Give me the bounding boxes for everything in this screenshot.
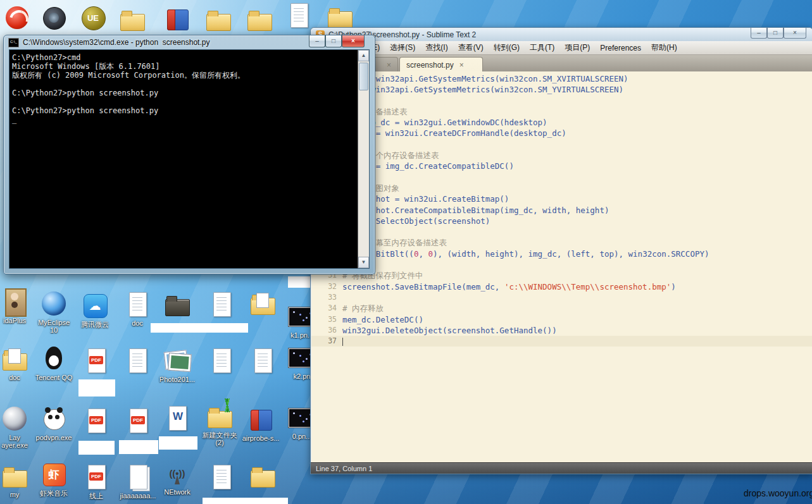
icon-label: Layayer.exe xyxy=(1,434,28,449)
desktop-icon-pdf[interactable]: PDF xyxy=(76,407,116,434)
desktop-icon-folder[interactable] xyxy=(198,5,239,33)
code-line: 14top = win32api.GetSystemMetrics(win32c… xyxy=(311,84,812,95)
cmd-window: C:\_ C:\Windows\system32\cmd.exe - pytho… xyxy=(3,35,375,274)
redaction-box xyxy=(288,276,311,288)
desktop-icon-myeclipse-10[interactable]: MyEclipse10 xyxy=(34,290,74,334)
desktop-icon-doc[interactable] xyxy=(278,1,319,29)
code-line: 16# 创建设备描述表 xyxy=(311,106,812,117)
desktop-icon-ue[interactable]: UE xyxy=(73,4,113,32)
icon-label: 0.pn... xyxy=(292,433,312,440)
menu-item-v[interactable]: 查看(V) xyxy=(453,41,489,54)
folder-icon xyxy=(249,462,277,489)
icon-label: 线上 xyxy=(89,492,103,500)
scroll-up-icon[interactable]: ▲ xyxy=(358,50,369,61)
cmd-minimize-button[interactable]: – xyxy=(309,35,325,47)
sublime-editor[interactable]: 13left = win32api.GetSystemMetrics(win32… xyxy=(311,71,812,463)
icon-label: podvpn.exe xyxy=(36,434,72,441)
desktop-icon-doc[interactable]: doc xyxy=(117,290,158,327)
text-caret xyxy=(342,338,343,346)
sublime-minimize-button[interactable]: – xyxy=(751,28,767,39)
icon-label: MyEclipse10 xyxy=(38,319,70,334)
desktop-icon-swirl[interactable] xyxy=(0,4,37,32)
desktop-icon-word[interactable]: W xyxy=(157,404,197,432)
code-text: mem_dc.DeleteDC() xyxy=(342,314,423,325)
menu-item-preferences[interactable]: Preferences xyxy=(595,42,646,54)
desktop-icon-tencent-qq[interactable]: Tencent QQ xyxy=(34,345,74,381)
menu-item-t[interactable]: 工具(T) xyxy=(525,41,559,54)
tab-close-icon[interactable]: × xyxy=(387,61,391,69)
icon-label: airprobe-s... xyxy=(242,434,280,442)
desktop-icon-idaplus[interactable]: idaPlus xyxy=(0,288,35,324)
desktop-icon-folder[interactable] xyxy=(320,3,360,30)
tab-label: screenshot.py xyxy=(406,61,454,70)
desktop-icon-airprobe-s-[interactable]: airprobe-s... xyxy=(240,405,281,442)
desktop-icon-doc[interactable] xyxy=(117,347,158,374)
console-scrollbar[interactable]: ▲ ▼ xyxy=(358,50,369,268)
doc-icon xyxy=(249,347,277,374)
desktop-icon-folder[interactable] xyxy=(239,5,280,33)
desktop-icon--[interactable]: PDF线上 xyxy=(76,463,116,500)
desktop-icon-doc[interactable] xyxy=(201,463,242,491)
desktop-icon-folder[interactable] xyxy=(242,462,283,489)
tab-close-icon[interactable]: × xyxy=(459,61,464,69)
gadget-icon xyxy=(40,4,68,32)
sublime-maximize-button[interactable]: □ xyxy=(767,28,784,39)
desktop-icon-my[interactable]: my xyxy=(0,462,35,498)
cmd-close-button[interactable]: × xyxy=(342,35,365,47)
scrollbar-track[interactable] xyxy=(358,61,369,257)
folder-icon xyxy=(206,402,234,430)
scrollbar-thumb[interactable] xyxy=(359,63,368,90)
code-line: 37 xyxy=(311,336,812,347)
menu-item-s[interactable]: 选择(S) xyxy=(385,41,420,54)
desktop-icon-doc[interactable] xyxy=(201,347,242,374)
desktop-icon-doc[interactable]: doc xyxy=(0,345,35,381)
desktop-icon-folder[interactable] xyxy=(112,5,153,33)
code-token: win32gui.DeleteObject(screenshot.GetHand… xyxy=(342,326,557,335)
tab-screenshot.py[interactable]: screenshot.py× xyxy=(399,57,483,72)
desktop-icon--[interactable]: 虾虾米音乐 xyxy=(34,460,74,497)
desktop-icon-folder[interactable] xyxy=(157,290,197,318)
icon-label: doc xyxy=(9,374,20,381)
menu-item-i[interactable]: 查找(I) xyxy=(420,41,453,54)
console-line: C:\Python27>cmd xyxy=(12,53,355,62)
desktop-icon-archive[interactable] xyxy=(157,5,197,33)
scroll-down-icon[interactable]: ▼ xyxy=(358,257,369,268)
pdf-icon: PDF xyxy=(82,347,110,374)
menu-item-g[interactable]: 转到(G) xyxy=(489,41,525,54)
desktop-icon-folder[interactable] xyxy=(242,289,283,317)
icon-glyph xyxy=(8,348,21,364)
doc-icon xyxy=(123,347,151,374)
cmd-title: C:\Windows\system32\cmd.exe - python scr… xyxy=(23,38,209,47)
desktop-icon-photo201-[interactable]: Photo201... xyxy=(157,347,197,383)
line-number: 35 xyxy=(311,314,342,325)
pdf-icon: PDF xyxy=(124,407,152,434)
code-line: 25screenshot.CreateCompatibleBitmap(img_… xyxy=(311,205,812,216)
code-token: # 内存释放 xyxy=(342,304,384,313)
cmd-maximize-button[interactable]: □ xyxy=(325,35,342,47)
sublime-close-button[interactable]: × xyxy=(784,28,806,39)
desktop-icon-pdf[interactable]: PDF xyxy=(76,347,116,374)
desktop-icon-gadget[interactable] xyxy=(34,4,74,32)
sublime-statusbar: Line 37, Column 1 xyxy=(311,462,812,474)
menu-item-h[interactable]: 帮助(H) xyxy=(646,41,682,54)
desktop-icon--2-[interactable]: 新建文件夹(2) xyxy=(199,402,240,446)
doc-icon xyxy=(208,463,235,491)
desktop-icon-doc[interactable] xyxy=(201,290,242,318)
desktop-icon-jiaaaaaaa-[interactable]: jiaaaaaaa... xyxy=(118,463,158,500)
code-token: 'c:\\WINDOWS\\Temp\\screenshot.bmp' xyxy=(504,282,671,292)
desktop-icon-doc[interactable] xyxy=(242,347,283,374)
console-output[interactable]: C:\Python27>cmdMicrosoft Windows [版本 6.1… xyxy=(9,50,358,268)
code-line: 29mem_dc.BitBlt((0, 0), (width, height),… xyxy=(311,249,812,259)
desktop-icon-podvpn-exe[interactable]: podvpn.exe xyxy=(34,405,74,441)
code-line: 18img_dc = win32ui.CreateDCFromHandle(de… xyxy=(311,128,812,138)
desktop-icon--[interactable]: ☁腾讯微云 xyxy=(75,292,115,328)
sublime-titlebar[interactable]: S C:\Python27\screenshot.py - Sublime Te… xyxy=(311,28,812,41)
qq-icon xyxy=(40,345,68,372)
code-token: ) xyxy=(671,282,676,292)
desktop-icon-pdf[interactable]: PDF xyxy=(118,407,158,434)
menu-item-p[interactable]: 项目(P) xyxy=(559,41,595,54)
icon-glyph: PDF xyxy=(89,416,103,424)
code-line: 27 xyxy=(311,226,812,237)
desktop-icon-lay-ayer-exe[interactable]: Layayer.exe xyxy=(0,405,35,449)
desktop-icon-network[interactable]: ((•))NEtwork xyxy=(157,459,197,496)
